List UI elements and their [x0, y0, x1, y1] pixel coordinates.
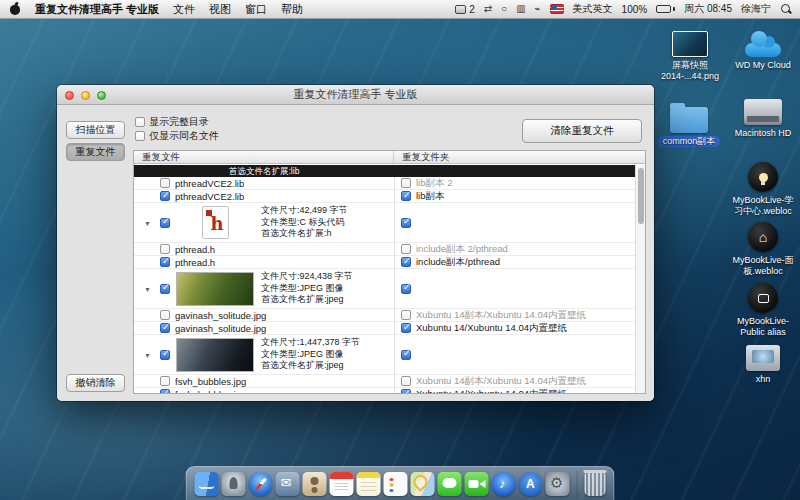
close-button[interactable] — [65, 91, 74, 100]
desktop-icon-common-folder[interactable]: common副本 — [657, 101, 721, 147]
app-menu-title[interactable]: 重复文件清理高手 专业版 — [35, 2, 159, 17]
menu-help[interactable]: 帮助 — [281, 2, 303, 17]
desktop-icon-macintosh-hd[interactable]: Macintosh HD — [731, 99, 795, 139]
dock-icon-itunes[interactable] — [492, 472, 516, 496]
table-row[interactable]: gavinash_solitude.jpg Xubuntu 14/Xubuntu… — [134, 322, 635, 335]
dock-icon-system-preferences[interactable] — [546, 472, 570, 496]
table-detail-row[interactable]: ▼ 文件尺寸:924,438 字节 文件类型:JPEG 图像 首选文件名扩展:j… — [134, 269, 635, 309]
app-window: 重复文件清理高手 专业版 扫描位置 重复文件 撤销清除 显示完整目录 仅显示同名… — [57, 85, 654, 401]
input-source-label[interactable]: 美式英文 — [573, 2, 613, 16]
folder-checkbox[interactable] — [401, 323, 411, 333]
desktop-icon-wd-my-cloud[interactable]: WD My Cloud — [731, 29, 795, 71]
dock-icon-trash[interactable] — [585, 472, 606, 496]
title-bar[interactable]: 重复文件清理高手 专业版 — [57, 85, 654, 105]
user-menu[interactable]: 徐海宁 — [741, 2, 771, 16]
duplicates-table: 重复文件 重复文件夹 首选文件名扩展:lib pthreadVCE2.lib — [133, 150, 646, 394]
remove-duplicates-button[interactable]: 清除重复文件 — [522, 119, 642, 143]
file-checkbox[interactable] — [160, 257, 170, 267]
updates-status[interactable]: 2 — [455, 4, 475, 15]
display-menu-icon[interactable]: ⇄ — [484, 4, 492, 14]
minimize-button[interactable] — [81, 91, 90, 100]
desktop-icon-screenshot[interactable]: 屏幕快照 2014-...44.png — [660, 31, 720, 82]
duplicate-files-button[interactable]: 重复文件 — [66, 143, 125, 161]
file-checkbox[interactable] — [160, 218, 170, 228]
dock-icon-reminders[interactable] — [384, 472, 408, 496]
folder-checkbox[interactable] — [401, 310, 411, 320]
table-row[interactable]: gavinash_solitude.jpg Xubuntu 14副本/Xubun… — [134, 309, 635, 322]
file-checkbox[interactable] — [160, 310, 170, 320]
bluetooth-icon[interactable]: ▥ — [516, 4, 525, 14]
folder-checkbox[interactable] — [401, 218, 411, 228]
battery-icon[interactable] — [656, 5, 675, 13]
folder-checkbox[interactable] — [401, 376, 411, 386]
file-checkbox[interactable] — [160, 350, 170, 360]
show-full-path-checkbox[interactable] — [135, 117, 145, 127]
table-detail-row[interactable]: ▼ 文件尺寸:42,499 字节 文件类型:C 标头代码 首选文件名扩展:h — [134, 203, 635, 243]
folder-checkbox[interactable] — [401, 191, 411, 201]
table-row[interactable]: pthreadVCE2.lib lib副本 — [134, 190, 635, 203]
dock-icon-finder[interactable] — [195, 472, 219, 496]
spotlight-search-icon[interactable] — [780, 3, 792, 15]
desktop-icon-xhn[interactable]: xhn — [731, 345, 795, 385]
table-body: 首选文件名扩展:lib pthreadVCE2.lib lib副本 2 — [134, 165, 635, 393]
dock-icon-facetime[interactable] — [465, 472, 489, 496]
column-header-duplicate-folder[interactable]: 重复文件夹 — [394, 151, 645, 163]
file-checkbox[interactable] — [160, 178, 170, 188]
table-row[interactable]: fsvh_bubbles.jpg Xubuntu 14/Xubuntu 14.0… — [134, 388, 635, 393]
file-checkbox[interactable] — [160, 389, 170, 393]
table-row[interactable]: pthread.h include副本 2/pthread — [134, 243, 635, 256]
dock-icon-maps[interactable] — [411, 472, 435, 496]
file-checkbox[interactable] — [160, 284, 170, 294]
scan-locations-button[interactable]: 扫描位置 — [66, 121, 125, 139]
folder-checkbox[interactable] — [401, 257, 411, 267]
disclosure-triangle-icon[interactable]: ▼ — [144, 351, 151, 358]
menu-clock[interactable]: 周六 08:45 — [684, 2, 732, 16]
time-machine-icon[interactable]: ○ — [501, 4, 507, 14]
menu-file[interactable]: 文件 — [173, 2, 195, 17]
desktop-icon-mybooklive-public[interactable]: MyBookLive- Public alias — [728, 283, 798, 338]
zoom-button[interactable] — [97, 91, 106, 100]
header-file-icon — [202, 206, 229, 239]
column-header-duplicate-file[interactable]: 重复文件 — [134, 151, 394, 163]
cloud-icon — [743, 35, 783, 57]
file-name: gavinash_solitude.jpg — [175, 310, 266, 321]
option-same-name-only[interactable]: 仅显示同名文件 — [135, 129, 219, 143]
dock-icon-notes[interactable] — [357, 472, 381, 496]
option-show-full-path[interactable]: 显示完整目录 — [135, 115, 209, 129]
table-row[interactable]: fsvh_bubbles.jpg Xubuntu 14副本/Xubuntu 14… — [134, 375, 635, 388]
dock-icon-contacts[interactable] — [303, 472, 327, 496]
dock-icon-calendar[interactable] — [330, 472, 354, 496]
scrollbar-thumb[interactable] — [638, 168, 644, 224]
folder-checkbox[interactable] — [401, 350, 411, 360]
undo-clean-button[interactable]: 撤销清除 — [66, 374, 125, 392]
volume-icon[interactable]: ⌁ — [535, 4, 541, 14]
table-row[interactable]: pthreadVCE2.lib lib副本 2 — [134, 177, 635, 190]
input-source-flag-icon[interactable] — [550, 4, 564, 14]
apple-menu-icon[interactable] — [10, 3, 21, 15]
file-checkbox[interactable] — [160, 244, 170, 254]
folder-path: Xubuntu 14副本/Xubuntu 14.04内置壁纸 — [416, 309, 586, 322]
table-scrollbar[interactable] — [635, 165, 645, 393]
dock-icon-launchpad[interactable] — [222, 472, 246, 496]
desktop-icon-mybooklive-study[interactable]: MyBookLive-学 习中心.webloc — [728, 162, 798, 217]
disclosure-triangle-icon[interactable]: ▼ — [144, 285, 151, 292]
dock-icon-mail[interactable] — [276, 472, 300, 496]
disclosure-triangle-icon[interactable]: ▼ — [144, 219, 151, 226]
file-checkbox[interactable] — [160, 323, 170, 333]
file-checkbox[interactable] — [160, 376, 170, 386]
dock-icon-messages[interactable] — [438, 472, 462, 496]
table-row[interactable]: pthread.h include副本/pthread — [134, 256, 635, 269]
same-name-only-checkbox[interactable] — [135, 131, 145, 141]
folder-checkbox[interactable] — [401, 389, 411, 393]
table-detail-row[interactable]: ▼ 文件尺寸:1,447,378 字节 文件类型:JPEG 图像 首选文件名扩展… — [134, 335, 635, 375]
icon-label: MyBookLive-面 — [728, 255, 798, 266]
dock-icon-app-store[interactable] — [519, 472, 543, 496]
dock-icon-safari[interactable] — [249, 472, 273, 496]
folder-checkbox[interactable] — [401, 284, 411, 294]
desktop-icon-mybooklive-panel[interactable]: ⌂ MyBookLive-面 板.webloc — [728, 222, 798, 277]
menu-window[interactable]: 窗口 — [245, 2, 267, 17]
file-checkbox[interactable] — [160, 191, 170, 201]
folder-checkbox[interactable] — [401, 178, 411, 188]
folder-checkbox[interactable] — [401, 244, 411, 254]
menu-view[interactable]: 视图 — [209, 2, 231, 17]
